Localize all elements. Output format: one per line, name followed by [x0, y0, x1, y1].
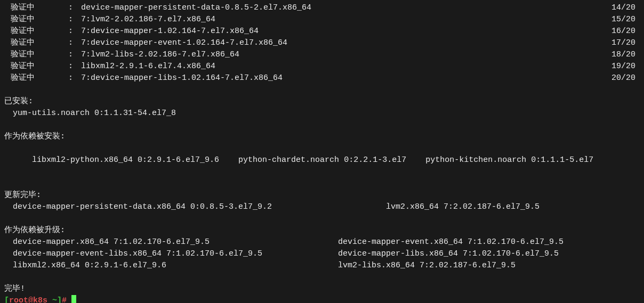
verify-count: 20/20: [611, 72, 640, 84]
verify-pkg: 7:lvm2-2.02.186-7.el7.x86_64: [81, 14, 611, 26]
dep-upgraded-row: libxml2.x86_64 0:2.9.1-6.el7_9.6lvm2-lib…: [4, 260, 640, 272]
dep-upgraded-pkg-left: libxml2.x86_64 0:2.9.1-6.el7_9.6: [13, 260, 338, 272]
dep-installed-list: libxml2-python.x86_64 0:2.9.1-6.el7_9.6 …: [4, 143, 640, 178]
verify-label: 验证中: [4, 61, 44, 72]
prompt-tilde: ~: [52, 296, 57, 303]
verify-count: 17/20: [611, 37, 640, 49]
updated-pkg-left: device-mapper-persistent-data.x86_64 0:0…: [13, 201, 386, 213]
verify-row: 验证中 : 7:lvm2-2.02.186-7.el7.x86_6415/20: [4, 14, 640, 26]
verify-row: 验证中 : 7:device-mapper-event-1.02.164-7.e…: [4, 37, 640, 49]
updated-pkg-right: lvm2.x86_64 7:2.02.187-6.el7_9.5: [386, 201, 540, 213]
verify-label: 验证中: [4, 49, 44, 61]
dep-upgraded-row: device-mapper.x86_64 7:1.02.170-6.el7_9.…: [4, 236, 640, 248]
verify-label: 验证中: [4, 2, 44, 14]
dep-upgraded-list: device-mapper.x86_64 7:1.02.170-6.el7_9.…: [4, 236, 640, 272]
prompt-bracket-open: [: [4, 296, 9, 303]
verify-row: 验证中 : 7:lvm2-libs-2.02.186-7.el7.x86_641…: [4, 49, 640, 61]
verify-count: 18/20: [611, 49, 640, 61]
terminal-output[interactable]: 验证中 : device-mapper-persistent-data-0.8.…: [4, 2, 640, 303]
updated-header: 更新完毕:: [4, 190, 640, 201]
verify-label: 验证中: [4, 72, 44, 84]
dep-upgraded-pkg-right: device-mapper-libs.x86_64 7:1.02.170-6.e…: [338, 248, 559, 260]
verify-label: 验证中: [4, 14, 44, 26]
verify-label: 验证中: [4, 37, 44, 49]
verify-colon: :: [68, 37, 78, 49]
verify-pkg: device-mapper-persistent-data-0.8.5-2.el…: [81, 2, 611, 14]
blank-line: [4, 178, 640, 190]
blank-line: [4, 213, 640, 225]
shell-prompt[interactable]: [root@k8s ~]#: [4, 295, 640, 303]
prompt-hash: #: [62, 296, 71, 303]
verify-row: 验证中 : libxml2-2.9.1-6.el7.4.x86_6419/20: [4, 61, 640, 72]
dep-pkg: python-chardet.noarch 0:2.2.1-3.el7: [238, 155, 406, 165]
blank-line: [4, 119, 640, 131]
blank-line: [4, 84, 640, 96]
cursor-icon: [71, 295, 76, 303]
verify-count: 19/20: [611, 61, 640, 72]
updated-row: device-mapper-persistent-data.x86_64 0:0…: [4, 201, 640, 213]
verify-pkg: 7:lvm2-libs-2.02.186-7.el7.x86_64: [81, 49, 611, 61]
verify-count: 16/20: [611, 26, 640, 37]
verify-row: 验证中 : device-mapper-persistent-data-0.8.…: [4, 2, 640, 14]
verify-pkg: 7:device-mapper-libs-1.02.164-7.el7.x86_…: [81, 72, 611, 84]
verify-colon: :: [68, 49, 78, 61]
verify-section: 验证中 : device-mapper-persistent-data-0.8.…: [4, 2, 640, 84]
verify-colon: :: [68, 26, 78, 37]
dep-upgraded-row: device-mapper-event-libs.x86_64 7:1.02.1…: [4, 248, 640, 260]
blank-line: [4, 272, 640, 283]
done-text: 完毕!: [4, 283, 640, 295]
verify-count: 14/20: [611, 2, 640, 14]
prompt-user-host: root@k8s: [9, 296, 52, 303]
dep-upgraded-pkg-right: device-mapper-event.x86_64 7:1.02.170-6.…: [338, 236, 564, 248]
dep-upgraded-pkg-left: device-mapper.x86_64 7:1.02.170-6.el7_9.…: [13, 236, 338, 248]
verify-count: 15/20: [611, 14, 640, 26]
verify-row: 验证中 : 7:device-mapper-1.02.164-7.el7.x86…: [4, 26, 640, 37]
dep-upgraded-header: 作为依赖被升级:: [4, 225, 640, 236]
installed-pkg: yum-utils.noarch 0:1.1.31-54.el7_8: [4, 108, 640, 119]
dep-upgraded-pkg-right: lvm2-libs.x86_64 7:2.02.187-6.el7_9.5: [338, 260, 516, 272]
dep-pkg: python-kitchen.noarch 0:1.1.1-5.el7: [425, 155, 593, 165]
verify-colon: :: [68, 2, 78, 14]
verify-pkg: 7:device-mapper-1.02.164-7.el7.x86_64: [81, 26, 611, 37]
installed-header: 已安装:: [4, 96, 640, 108]
prompt-bracket-close: ]: [57, 296, 62, 303]
verify-colon: :: [68, 14, 78, 26]
verify-pkg: 7:device-mapper-event-1.02.164-7.el7.x86…: [81, 37, 611, 49]
verify-colon: :: [68, 72, 78, 84]
dep-pkg: libxml2-python.x86_64 0:2.9.1-6.el7_9.6: [32, 155, 219, 165]
verify-colon: :: [68, 61, 78, 72]
verify-label: 验证中: [4, 26, 44, 37]
dep-upgraded-pkg-left: device-mapper-event-libs.x86_64 7:1.02.1…: [13, 248, 338, 260]
verify-row: 验证中 : 7:device-mapper-libs-1.02.164-7.el…: [4, 72, 640, 84]
updated-list: device-mapper-persistent-data.x86_64 0:0…: [4, 201, 640, 213]
dep-installed-header: 作为依赖被安装:: [4, 131, 640, 143]
verify-pkg: libxml2-2.9.1-6.el7.4.x86_64: [81, 61, 611, 72]
